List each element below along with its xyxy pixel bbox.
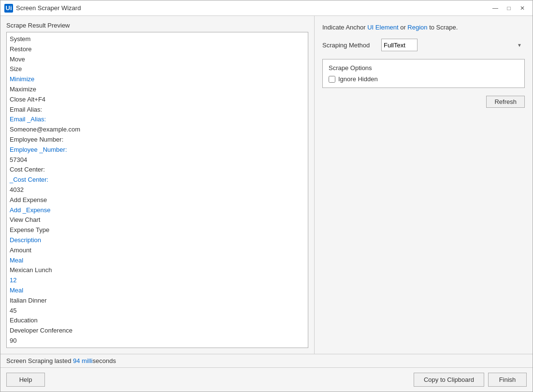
footer-right: Copy to Clipboard Finish (414, 373, 527, 387)
panel-label: Scrape Result Preview (6, 22, 308, 29)
left-panel: Scrape Result Preview SystemRestoreMoveS… (0, 16, 315, 354)
scrape-line: Maximize (10, 85, 305, 95)
footer: Help Copy to Clipboard Finish (0, 367, 533, 392)
scrape-line: Close Alt+F4 (10, 95, 305, 105)
right-panel: Indicate Anchor UI Element or Region to … (315, 16, 533, 354)
scrape-line: Email _Alias: (10, 115, 305, 125)
scrape-line: Email Alias: (10, 105, 305, 115)
scrape-line: 57304 (10, 155, 305, 165)
minimize-button[interactable]: — (489, 3, 502, 13)
ignore-hidden-row: Ignore Hidden (329, 75, 519, 83)
scrape-line: Developer Conference (10, 326, 305, 336)
scrape-line: Mexican Lunch (10, 265, 305, 276)
scrape-options-title: Scrape Options (329, 64, 519, 72)
window-controls: — □ ✕ (489, 3, 529, 13)
scrape-line: Minimize (10, 74, 305, 85)
copy-to-clipboard-button[interactable]: Copy to Clipboard (414, 373, 484, 387)
ignore-hidden-checkbox[interactable] (329, 76, 335, 83)
scrape-line: Restore (10, 44, 305, 55)
scrape-line: Add _Expense (10, 205, 305, 216)
scraping-method-row: Scraping Method FullText Native OCR (322, 39, 525, 51)
restore-button[interactable]: □ (503, 3, 515, 13)
anchor-instruction: Indicate Anchor UI Element or Region to … (322, 24, 525, 31)
main-content: Scrape Result Preview SystemRestoreMoveS… (0, 16, 533, 354)
scrape-line: Education (10, 316, 305, 326)
main-window: Ui Screen Scraper Wizard — □ ✕ Scrape Re… (0, 0, 533, 392)
close-button[interactable]: ✕ (516, 3, 529, 13)
app-icon: Ui (4, 4, 13, 13)
scrape-line: View Chart (10, 215, 305, 225)
scrape-line: System (10, 34, 305, 44)
scrape-line: Italian Dinner (10, 296, 305, 306)
scrape-line: Add Expense (10, 195, 305, 205)
scrape-line: 90 (10, 336, 305, 346)
refresh-button[interactable]: Refresh (486, 96, 525, 108)
scrape-line: Expense Type (10, 225, 305, 235)
scrape-line: 4032 (10, 185, 305, 195)
scrape-line: Employee _Number: (10, 145, 305, 155)
status-prefix: Screen Scraping lasted (6, 357, 73, 364)
scrape-line: Meal (10, 286, 305, 296)
scraping-method-select-wrapper: FullText Native OCR (381, 39, 525, 51)
scrape-line: Size (10, 64, 305, 74)
scrape-line: Cost Center: (10, 165, 305, 175)
ui-element-link[interactable]: UI Element (367, 24, 398, 31)
title-bar: Ui Screen Scraper Wizard — □ ✕ (0, 0, 533, 16)
window-title: Screen Scraper Wizard (16, 4, 489, 12)
scrape-line: 12 (10, 276, 305, 286)
status-suffix: seconds (93, 357, 116, 364)
finish-button[interactable]: Finish (488, 373, 527, 387)
ignore-hidden-label[interactable]: Ignore Hidden (338, 75, 378, 83)
status-number: 94 (73, 357, 80, 364)
scrape-options-group: Scrape Options Ignore Hidden (322, 59, 525, 88)
scraping-method-label: Scraping Method (322, 42, 375, 49)
status-milli: milli (80, 357, 93, 364)
scrape-line: Someone@example.com (10, 125, 305, 135)
scrape-line: 45 (10, 306, 305, 316)
refresh-row: Refresh (322, 96, 525, 108)
scrape-line: Amount (10, 246, 305, 256)
help-button[interactable]: Help (6, 373, 45, 387)
region-link[interactable]: Region (407, 24, 427, 31)
scrape-line: Employee Number: (10, 135, 305, 145)
scrape-result-preview[interactable]: SystemRestoreMoveSizeMinimizeMaximizeClo… (6, 32, 308, 348)
scrape-line: Description (10, 235, 305, 246)
scrape-line: _Cost Center: (10, 175, 305, 185)
scraping-method-select[interactable]: FullText Native OCR (381, 39, 418, 51)
status-bar: Screen Scraping lasted 94 milliseconds (0, 354, 533, 367)
scrape-line: Move (10, 55, 305, 65)
scrape-line: Meal (10, 256, 305, 266)
